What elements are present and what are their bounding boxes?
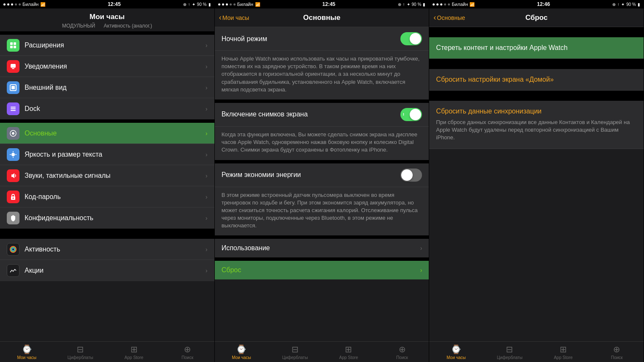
panel1-title: Мои часы	[7, 13, 208, 21]
svg-point-13	[11, 153, 15, 156]
tab-appstore-label-3: App Store	[554, 355, 572, 360]
tab-search-2[interactable]: ⊕ Поиск	[375, 344, 429, 360]
brightness-chevron: ›	[205, 151, 208, 158]
tab-faces-icon-3: ⊟	[506, 344, 513, 354]
tab-watch-icon-1: ⌚	[22, 344, 32, 354]
usage-row[interactable]: Использование ›	[215, 239, 429, 257]
signal-dot-3-4	[444, 3, 446, 6]
activity-icon	[7, 243, 19, 256]
menu-item-brightness[interactable]: Яркость и размер текста ›	[0, 144, 214, 165]
menu-item-passcode[interactable]: Код-пароль ›	[0, 186, 214, 207]
tab-my-watch-3[interactable]: ⌚ Мои часы	[429, 344, 483, 360]
tab-search-3[interactable]: ⊕ Поиск	[590, 344, 644, 360]
general-chevron: ›	[205, 130, 208, 137]
svg-point-20	[13, 197, 14, 199]
bluetooth-icon-2: ✦	[407, 2, 410, 7]
menu-item-activity[interactable]: Активность ›	[0, 239, 214, 260]
general-icon	[7, 127, 19, 140]
general-label: Основные	[25, 130, 205, 137]
signal-dot-2-2	[222, 3, 224, 6]
svg-rect-7	[11, 86, 15, 89]
menu-item-stocks[interactable]: Акции ›	[0, 260, 214, 281]
panel3-scroll[interactable]: Стереть контент и настройки Apple Watch …	[429, 27, 644, 341]
bluetooth-icon-3: ✦	[621, 2, 625, 7]
screenshot-row: Включение снимков экрана I	[215, 103, 429, 127]
erase-item[interactable]: Стереть контент и настройки Apple Watch	[429, 37, 644, 59]
night-mode-toggle[interactable]	[400, 32, 422, 45]
tab-faces-icon-2: ⊟	[291, 344, 299, 354]
menu-item-notifications[interactable]: Уведомления ›	[0, 56, 214, 77]
status-left-2: Билайн 📶	[218, 2, 260, 7]
sounds-chevron: ›	[205, 172, 208, 179]
time-1: 12:45	[108, 1, 121, 7]
tab-watch-label-3: Мои часы	[447, 355, 466, 360]
reset-home-label: Сбросить настройки экрана «Домой»	[436, 76, 637, 83]
screenshot-toggle[interactable]: I	[400, 108, 422, 121]
nav-title-2: Основные	[303, 14, 340, 22]
stocks-icon	[7, 264, 19, 277]
power-reserve-toggle[interactable]	[400, 169, 422, 182]
svg-rect-5	[12, 68, 14, 69]
signal-dot-1	[3, 3, 6, 6]
svg-rect-4	[11, 64, 16, 68]
wifi-icon-2: 📶	[255, 2, 260, 7]
reset-home-section: Сбросить настройки экрана «Домой»	[429, 69, 644, 91]
tab-appstore-1[interactable]: ⊞ App Store	[107, 344, 161, 360]
gap-2	[0, 119, 214, 123]
signal-dot-2	[7, 3, 9, 6]
tab-appstore-3[interactable]: ⊞ App Store	[536, 344, 590, 360]
nav-back-3[interactable]: ‹ Основные	[433, 13, 465, 22]
extensions-chevron: ›	[205, 42, 208, 49]
nav-bar-2: ‹ Мои часы Основные	[215, 8, 429, 27]
nav-back-2[interactable]: ‹ Мои часы	[219, 13, 249, 22]
status-right-3: ⊕ ↑ ✦ 90 % ▮	[612, 2, 640, 7]
passcode-icon	[7, 191, 19, 203]
tab-appstore-icon-3: ⊞	[560, 344, 567, 354]
tab-faces-1[interactable]: ⊟ Циферблаты	[53, 344, 107, 360]
bottom-padding-1	[0, 281, 214, 290]
menu-item-sounds[interactable]: Звуки, тактильные сигналы ›	[0, 165, 214, 186]
back-arrow-icon-2: ‹	[219, 13, 222, 22]
menu-item-privacy[interactable]: Конфиденциальность ›	[0, 207, 214, 229]
arrow-icon-2: ↑	[403, 2, 405, 7]
panel-2: Билайн 📶 12:45 ⊕ ↑ ✦ 90 % ▮ ‹ Мои часы О…	[215, 0, 430, 362]
tab-faces-2[interactable]: ⊟ Циферблаты	[268, 344, 322, 360]
night-mode-header: Ночной режим	[215, 27, 429, 51]
wifi-icon-3: 📶	[469, 2, 475, 7]
gap-p2-3	[215, 235, 429, 239]
gap-p2-2	[215, 160, 429, 163]
reset-chevron: ›	[420, 267, 422, 274]
tab-search-1[interactable]: ⊕ Поиск	[161, 344, 214, 360]
tab-search-label-2: Поиск	[396, 355, 408, 360]
status-bar-2: Билайн 📶 12:45 ⊕ ↑ ✦ 90 % ▮	[215, 0, 429, 8]
tab-my-watch-1[interactable]: ⌚ Мои часы	[0, 344, 53, 360]
tab-faces-3[interactable]: ⊟ Циферблаты	[483, 344, 536, 360]
appearance-label: Внешний вид	[25, 84, 205, 91]
tab-watch-label-1: Мои часы	[17, 355, 36, 360]
tab-my-watch-2[interactable]: ⌚ Мои часы	[215, 344, 268, 360]
gap-1	[0, 31, 214, 35]
menu-group-2: Основные › Яркость и размер текста ›	[0, 123, 214, 229]
reset-sync-item[interactable]: Сбросить данные синхронизации При сбросе…	[429, 101, 644, 149]
usage-chevron: ›	[420, 245, 422, 251]
reset-sync-section: Сбросить данные синхронизации При сбросе…	[429, 101, 644, 149]
signal-dot-3-2	[436, 3, 439, 6]
passcode-label: Код-пароль	[25, 193, 205, 201]
bottom-padding-2	[215, 279, 429, 296]
gap-p3-3	[429, 91, 644, 101]
menu-item-extensions[interactable]: Расширения ›	[0, 35, 214, 56]
bluetooth-icon-1: ✦	[192, 2, 195, 7]
reset-row[interactable]: Сброс ›	[215, 261, 429, 279]
carrier-2: Билайн	[237, 2, 253, 7]
battery-icon-2: ▮	[423, 2, 425, 7]
reset-home-item[interactable]: Сбросить настройки экрана «Домой»	[429, 69, 644, 91]
activity-chevron: ›	[205, 246, 208, 253]
carrier-3: Билайн	[452, 2, 468, 7]
menu-item-dock[interactable]: Dock ›	[0, 98, 214, 119]
tab-appstore-2[interactable]: ⊞ App Store	[322, 344, 375, 360]
menu-item-general[interactable]: Основные ›	[0, 123, 214, 144]
panel2-scroll[interactable]: Ночной режим Ночью Apple Watch можно исп…	[215, 27, 429, 341]
panel1-scroll[interactable]: Расширения › Уведомления ›	[0, 31, 214, 341]
menu-item-appearance[interactable]: Внешний вид ›	[0, 77, 214, 98]
location-icon-1: ⊕	[183, 2, 186, 7]
